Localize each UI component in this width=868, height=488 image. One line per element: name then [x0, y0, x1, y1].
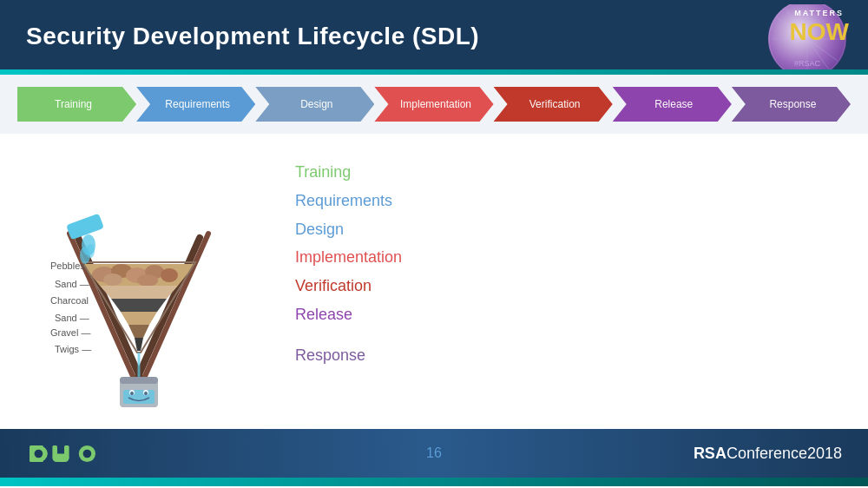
- pipeline-step-response: Response: [732, 87, 851, 122]
- svg-marker-18: [111, 299, 167, 312]
- sdl-text-list: TrainingRequirementsDesignImplementation…: [260, 142, 842, 420]
- sdl-pipeline: TrainingRequirementsDesignImplementation…: [0, 75, 868, 134]
- list-item-training: Training: [295, 160, 833, 185]
- rsa-text: RSA: [694, 445, 727, 462]
- list-item-design: Design: [295, 217, 833, 242]
- list-spacer: [295, 331, 833, 340]
- pipeline-arrow-release: Release: [613, 87, 732, 122]
- svg-rect-30: [123, 390, 155, 404]
- svg-point-14: [161, 268, 178, 282]
- svg-point-34: [144, 392, 148, 395]
- svg-point-26: [86, 244, 95, 258]
- filter-svg: [26, 151, 252, 412]
- svg-rect-40: [52, 453, 69, 462]
- footer: 16 RSAConference2018: [0, 429, 868, 478]
- pipeline-step-training: Training: [17, 87, 136, 122]
- rsa-conference-logo: RSAConference2018: [694, 445, 842, 463]
- pipeline-step-release: Release: [613, 87, 732, 122]
- duo-logo: [26, 439, 95, 469]
- pipeline-step-design: Design: [255, 87, 374, 122]
- svg-marker-19: [121, 312, 157, 325]
- pipeline-arrow-training: Training: [17, 87, 136, 122]
- rsa-now-text: NOW: [790, 20, 849, 44]
- pipeline-arrow-implementation: Implementation: [374, 87, 493, 122]
- bottom-teal-bar: [0, 478, 868, 486]
- rsa-logo: MATTERS NOW #RSAC: [738, 4, 851, 69]
- list-item-release: Release: [295, 302, 833, 327]
- pipeline-step-implementation: Implementation: [374, 87, 493, 122]
- list-item-verification: Verification: [295, 274, 833, 299]
- pipeline-arrow-verification: Verification: [494, 87, 613, 122]
- filter-illustration: Pebbles Sand — Charcoal Sand — Gravel — …: [17, 142, 260, 420]
- conference-text: Conference: [727, 445, 807, 462]
- rsa-hashtag-text: #RSAC: [794, 59, 820, 68]
- main-content: Pebbles Sand — Charcoal Sand — Gravel — …: [0, 134, 868, 429]
- svg-marker-17: [100, 286, 178, 299]
- svg-point-16: [137, 274, 158, 287]
- svg-marker-20: [128, 325, 149, 338]
- list-item-requirements: Requirements: [295, 188, 833, 214]
- svg-rect-29: [120, 377, 158, 384]
- pipeline-arrow-requirements: Requirements: [136, 87, 255, 122]
- svg-rect-37: [35, 449, 43, 458]
- page-title: Security Development Lifecycle (SDL): [26, 23, 479, 50]
- pipeline-step-verification: Verification: [494, 87, 613, 122]
- pipeline-step-requirements: Requirements: [136, 87, 255, 122]
- pipeline-arrow-response: Response: [732, 87, 851, 122]
- svg-point-33: [130, 392, 134, 395]
- list-item-implementation: Implementation: [295, 245, 833, 270]
- list-item-response: Response: [295, 343, 833, 368]
- rsa-matters-text: MATTERS: [794, 9, 844, 17]
- header: Security Development Lifecycle (SDL) MAT…: [0, 0, 868, 69]
- svg-point-15: [103, 274, 122, 286]
- year-text: 2018: [807, 445, 842, 462]
- pipeline-arrow-design: Design: [255, 87, 374, 122]
- svg-point-42: [83, 449, 92, 458]
- page-number: 16: [426, 445, 442, 461]
